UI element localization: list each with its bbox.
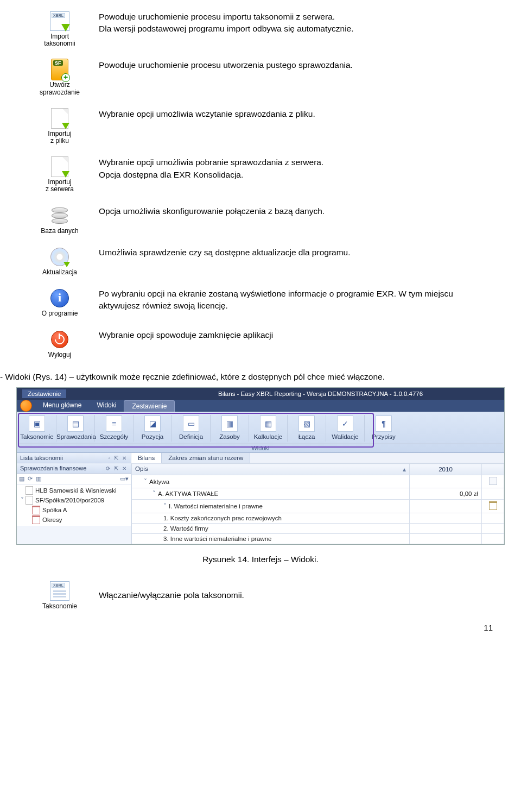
icon-btn-taksonomie-toggle[interactable]: Taksonomie (33, 581, 87, 610)
icon-label: Taksonomie (33, 603, 87, 610)
report-icon: ▤ (67, 416, 84, 432)
ribbon-btn-kalkulacje[interactable]: ▦Kalkulacje (249, 415, 288, 442)
menu-tab-zestawienie[interactable]: Zestawienie (124, 400, 175, 412)
document-tabs: Bilans Zakres zmian stanu rezerw (131, 453, 504, 463)
ribbon-label: Sprawozdania (56, 433, 96, 440)
ribbon-btn-zasoby[interactable]: ▥Zasoby (211, 415, 249, 442)
desc-importuj-z-pliku: Wybranie opcji umożliwia wczytanie spraw… (87, 108, 483, 120)
icon-btn-import-taksonomii[interactable]: Importtaksonomii (33, 11, 87, 47)
update-cd-icon (50, 248, 69, 266)
icon-btn-importuj-z-pliku[interactable]: Importujz pliku (33, 108, 87, 144)
tree-row[interactable]: Okresy (17, 515, 131, 525)
icon-btn-baza-danych[interactable]: Baza danych (33, 205, 87, 235)
grid-row[interactable]: ˅I. Wartości niematerialne i prawne (132, 500, 504, 513)
panel-pin-icons[interactable]: ▫ ⇱ ✕ (109, 455, 128, 461)
panel-title: Lista taksonomii (20, 455, 63, 461)
grid-cell-year (410, 524, 482, 534)
tree: HLB Sarnowski & Wisniewski ˅SF/Spółka/20… (17, 484, 131, 526)
ribbon-btn-walidacje[interactable]: ✓Walidacje (326, 415, 365, 442)
grid-cell-opis: ˅A. AKTYWA TRWAŁE (132, 488, 410, 500)
ribbon-btn-szczegoly[interactable]: ≡Szczegóły (95, 415, 134, 442)
menu-tab-main[interactable]: Menu główne (35, 400, 89, 412)
icon-label: O programie (33, 310, 87, 317)
icon-label: Utwórzsprawozdanie (33, 81, 87, 96)
ribbon-btn-sprawozdania[interactable]: ▤Sprawozdania (56, 415, 95, 442)
icon-label: Importujz pliku (33, 130, 87, 144)
icon-label: Wyloguj (33, 351, 87, 358)
grid-row[interactable]: ˅Aktywa (132, 475, 504, 488)
import-server-icon (51, 156, 68, 177)
ribbon-label: Walidacje (332, 433, 358, 440)
desc-baza-danych: Opcja umożliwia skonfigurowanie połączen… (87, 205, 483, 217)
toolbar-icon[interactable]: ▥ (36, 475, 41, 482)
icon-btn-importuj-z-serwera[interactable]: Importujz serwera (33, 156, 87, 193)
row-o-programie: i O programie Po wybraniu opcji na ekran… (33, 288, 483, 317)
ribbon-label: Taksonomie (20, 433, 53, 440)
row-utworz-sprawozdanie: Utwórzsprawozdanie Powoduje uruchomienie… (33, 59, 483, 96)
row-baza-danych: Baza danych Opcja umożliwia skonfigurowa… (33, 205, 483, 235)
ribbon-group-label: Widoki (18, 443, 503, 451)
grid-cell-opis: ˅Aktywa (132, 475, 410, 488)
ribbon-btn-definicja[interactable]: ▭Definicja (172, 415, 211, 442)
tree-row[interactable]: Spółka A (17, 505, 131, 515)
row-aktualizacja: Aktualizacja Umożliwia sprawdzenie czy s… (33, 247, 483, 276)
grid-header-opis[interactable]: Opis ▴ (132, 464, 410, 475)
ribbon: ▣Taksonomie ▤Sprawozdania ≡Szczegóły ◪Po… (17, 412, 504, 453)
details-icon: ≡ (106, 416, 122, 432)
grid-row[interactable]: 2. Wartość firmy (132, 524, 504, 534)
ribbon-btn-lacza[interactable]: ▧Łącza (288, 415, 326, 442)
ribbon-btn-pozycja[interactable]: ◪Pozycja (134, 415, 172, 442)
info-icon: i (50, 289, 69, 307)
grid-cell-extra (482, 488, 504, 500)
ribbon-label: Kalkulacje (254, 433, 282, 440)
toolbar-icon[interactable]: ▤ (19, 475, 24, 482)
grid-row[interactable]: ˅A. AKTYWA TRWAŁE0,00 zł (132, 488, 504, 500)
ribbon-btn-przypisy[interactable]: ¶Przypisy (365, 415, 403, 442)
ribbon-label: Pozycja (142, 433, 163, 440)
ribbon-label: Łącza (298, 433, 315, 440)
row-wyloguj: Wyloguj Wybranie opcji spowoduje zamknię… (33, 329, 483, 358)
icon-description-list: Importtaksonomii Powoduje uruchomienie p… (33, 11, 483, 358)
app-orb-button[interactable] (17, 400, 35, 412)
grid-header-2010[interactable]: 2010 (410, 464, 482, 475)
row-importuj-z-pliku: Importujz pliku Wybranie opcji umożliwia… (33, 108, 483, 144)
tree-label: Spółka A (42, 507, 67, 513)
grid-cell-extra (482, 524, 504, 534)
toolbar-icon[interactable]: ⟳ (28, 475, 33, 482)
grid-cell-extra (482, 513, 504, 524)
tree-label: Okresy (42, 517, 62, 523)
menu-tab-widoki[interactable]: Widoki (89, 400, 124, 412)
tree-row[interactable]: HLB Sarnowski & Wisniewski (17, 486, 131, 495)
doc-tab-bilans[interactable]: Bilans (131, 453, 162, 463)
ribbon-label: Przypisy (372, 433, 395, 440)
tree-row[interactable]: ˅SF/Spółka/2010/por2009 (17, 495, 131, 505)
desc-taksonomie-toggle: Włączanie/wyłączanie pola taksonomii. (87, 589, 483, 601)
grid-cell-year (410, 475, 482, 488)
panel-body-sprawozdania: ▤ ⟳ ▥ ▭▾ HLB Sarnowski & Wisniewski ˅SF/… (17, 474, 131, 526)
grid-cell-opis: ˅I. Wartości niematerialne i prawne (132, 500, 410, 513)
center-area: Bilans Zakres zmian stanu rezerw Opis ▴ … (131, 453, 504, 544)
position-icon: ◪ (144, 416, 161, 432)
links-icon: ▧ (298, 416, 315, 432)
power-icon (51, 331, 68, 348)
grid-row[interactable]: 3. Inne wartości niematerialne i prawne (132, 534, 504, 544)
period-icon (32, 515, 40, 524)
calendar-icon (489, 501, 497, 510)
data-grid: Opis ▴ 2010 ˅Aktywa˅A. AKTYWA TRWAŁE0,00… (131, 463, 504, 544)
grid-header-extra (482, 464, 504, 475)
icon-btn-o-programie[interactable]: i O programie (33, 288, 87, 317)
panel-pin-icons[interactable]: ⟳ ⇱ ✕ (106, 465, 128, 471)
titlebar-active-tab: Zestawienie (22, 389, 66, 398)
icon-btn-utworz-sprawozdanie[interactable]: Utwórzsprawozdanie (33, 59, 87, 96)
icon-btn-aktualizacja[interactable]: Aktualizacja (33, 247, 87, 276)
grid-row[interactable]: 1. Koszty zakończonych prac rozwojowych (132, 513, 504, 524)
figure-caption: Rysunek 14. Interfejs – Widoki. (0, 555, 521, 564)
ribbon-btn-taksonomie[interactable]: ▣Taksonomie (18, 415, 56, 442)
workspace: Lista taksonomii ▫ ⇱ ✕ Sprawozdania fina… (17, 453, 504, 544)
widoki-paragraph: - Widoki (Rys. 14) – użytkownik może ręc… (0, 372, 483, 382)
icon-btn-wyloguj[interactable]: Wyloguj (33, 329, 87, 358)
ribbon-label: Zasoby (219, 433, 240, 440)
toolbar-icon[interactable]: ▭▾ (120, 475, 129, 482)
doc-tab-zakres[interactable]: Zakres zmian stanu rezerw (162, 453, 250, 463)
row-taksonomie-toggle: Taksonomie Włączanie/wyłączanie pola tak… (33, 581, 483, 610)
